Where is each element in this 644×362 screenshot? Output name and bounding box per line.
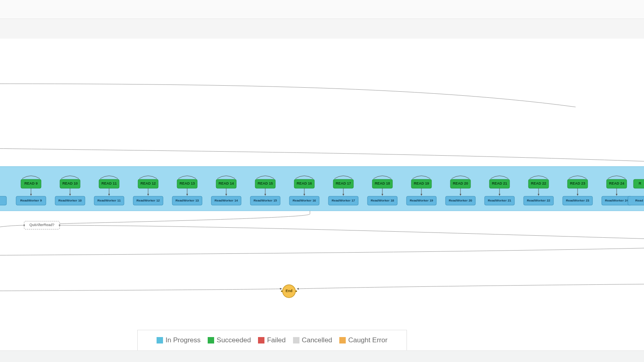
step-readworker-21-label: ReadWorker 21	[488, 199, 512, 202]
legend-item-failed: Failed	[258, 336, 285, 344]
workflow-canvas[interactable]: 8 READ 9ReadWorker 9READ 10ReadWorker 10…	[0, 39, 644, 351]
end-node[interactable]: End	[283, 285, 295, 298]
legend-label-succeeded: Succeeded	[217, 336, 251, 344]
edge-upper-2	[0, 147, 644, 161]
legend-label-caught: Caught Error	[348, 336, 387, 344]
step-readworker-14[interactable]: ReadWorker 14	[211, 196, 241, 205]
step-readworker-24[interactable]: ReadWorker 24	[602, 196, 632, 205]
step-read-15[interactable]: READ 15	[255, 179, 275, 188]
edge-choice-right-1	[60, 225, 644, 239]
step-read-20-label: READ 20	[453, 181, 468, 185]
step-read-22-label: READ 22	[531, 181, 546, 185]
step-read-9-label: READ 9	[24, 181, 37, 185]
step-readworker-10-label: ReadWorker 10	[58, 199, 82, 202]
step-readworker-12[interactable]: ReadWorker 12	[133, 196, 163, 205]
step-readworker-25-partial[interactable]: Read	[628, 196, 644, 205]
step-read-10[interactable]: READ 10	[60, 179, 80, 188]
step-readworker-16[interactable]: ReadWorker 16	[289, 196, 319, 205]
step-read-19-label: READ 19	[414, 181, 429, 185]
step-readworker-18[interactable]: ReadWorker 18	[367, 196, 397, 205]
toolbar-sub-area	[0, 19, 644, 39]
legend: In Progress Succeeded Failed Cancelled C…	[137, 330, 407, 351]
step-readworker-16-label: ReadWorker 16	[293, 199, 316, 202]
step-read-23[interactable]: READ 23	[568, 179, 588, 188]
step-readworker-20[interactable]: ReadWorker 20	[446, 196, 475, 205]
toolbar-area	[0, 0, 644, 39]
step-read-13-label: READ 13	[180, 181, 195, 185]
edge-band-to-choice	[41, 211, 310, 224]
step-readworker-11[interactable]: ReadWorker 11	[94, 196, 124, 205]
choice-quitafterread[interactable]: QuitAfterRead?	[24, 221, 60, 229]
choice-quitafterread-label: QuitAfterRead?	[29, 223, 54, 227]
step-read-18[interactable]: READ 18	[372, 179, 392, 188]
step-read-16-label: READ 16	[297, 181, 312, 185]
step-readworker-19[interactable]: ReadWorker 19	[407, 196, 436, 205]
step-readworker-25-label: Read	[635, 199, 643, 202]
svg-rect-0	[0, 196, 6, 205]
step-read-21[interactable]: READ 21	[489, 179, 510, 188]
step-read-25-partial[interactable]: R	[634, 179, 644, 188]
swatch-succeeded	[208, 337, 214, 343]
legend-label-inprogress: In Progress	[165, 336, 200, 344]
step-readworker-22[interactable]: ReadWorker 22	[524, 196, 553, 205]
step-read-13[interactable]: READ 13	[177, 179, 197, 188]
step-readworker-23[interactable]: ReadWorker 23	[563, 196, 592, 205]
step-readworker-13-label: ReadWorker 13	[175, 199, 199, 202]
step-read-19[interactable]: READ 19	[411, 179, 431, 188]
step-read-23-label: READ 23	[570, 181, 585, 185]
step-readworker-9-label: ReadWorker 9	[20, 199, 42, 202]
step-read-18-label: READ 18	[375, 181, 390, 185]
swatch-inprogress	[157, 337, 163, 343]
step-readworker-11-label: ReadWorker 11	[97, 199, 121, 202]
step-readworker-8-partial[interactable]: 8	[0, 196, 6, 205]
legend-item-caught: Caught Error	[339, 336, 387, 344]
app-frame: 8 READ 9ReadWorker 9READ 10ReadWorker 10…	[0, 0, 644, 362]
step-read-15-label: READ 15	[258, 181, 273, 185]
edge-upper-1	[0, 84, 576, 107]
step-readworker-13[interactable]: ReadWorker 13	[172, 196, 202, 205]
end-port-left	[281, 290, 283, 292]
bottom-strip	[0, 350, 644, 362]
step-readworker-9[interactable]: ReadWorker 9	[16, 196, 46, 205]
step-readworker-24-label: ReadWorker 24	[605, 199, 629, 202]
step-readworker-17-label: ReadWorker 17	[332, 199, 355, 202]
step-readworker-21[interactable]: ReadWorker 21	[485, 196, 514, 205]
step-read-16[interactable]: READ 16	[294, 179, 314, 188]
edge-long-lower-1	[0, 248, 644, 256]
edge-choice-left	[0, 225, 24, 244]
step-read-12-label: READ 12	[140, 181, 156, 185]
step-read-10-label: READ 10	[62, 181, 78, 185]
step-readworker-22-label: ReadWorker 22	[527, 199, 551, 202]
step-read-14[interactable]: READ 14	[216, 179, 236, 188]
step-readworker-18-label: ReadWorker 18	[371, 199, 394, 202]
step-read-11-label: READ 11	[101, 181, 117, 185]
legend-item-succeeded: Succeeded	[208, 336, 251, 344]
swatch-cancelled	[293, 337, 299, 343]
edge-to-end-right	[297, 284, 644, 289]
swatch-caught	[339, 337, 346, 343]
step-read-20[interactable]: READ 20	[450, 179, 471, 188]
step-read-22[interactable]: READ 22	[528, 179, 549, 188]
step-read-17[interactable]: READ 17	[333, 179, 353, 188]
end-node-label: End	[286, 289, 293, 293]
step-read-21-label: READ 21	[492, 181, 507, 185]
swatch-failed	[258, 337, 264, 343]
legend-label-failed: Failed	[267, 336, 285, 344]
step-readworker-10[interactable]: ReadWorker 10	[55, 196, 85, 205]
legend-item-cancelled: Cancelled	[293, 336, 332, 344]
step-readworker-15[interactable]: ReadWorker 15	[250, 196, 280, 205]
step-readworker-12-label: ReadWorker 12	[136, 199, 160, 202]
step-read-9[interactable]: READ 9	[21, 179, 41, 188]
step-readworker-20-label: ReadWorker 20	[449, 199, 473, 202]
step-readworker-17[interactable]: ReadWorker 17	[328, 196, 358, 205]
step-read-25-label: R	[639, 181, 642, 185]
step-read-12[interactable]: READ 12	[138, 179, 158, 188]
step-readworker-19-label: ReadWorker 19	[410, 199, 433, 202]
step-readworker-23-label: ReadWorker 23	[566, 199, 590, 202]
step-read-24[interactable]: READ 24	[607, 179, 627, 188]
step-read-24-label: READ 24	[609, 181, 624, 185]
workflow-svg[interactable]: 8 READ 9ReadWorker 9READ 10ReadWorker 10…	[0, 39, 644, 351]
step-read-11[interactable]: READ 11	[99, 179, 119, 188]
step-readworker-14-label: ReadWorker 14	[215, 199, 238, 202]
step-readworker-15-label: ReadWorker 15	[254, 199, 277, 202]
